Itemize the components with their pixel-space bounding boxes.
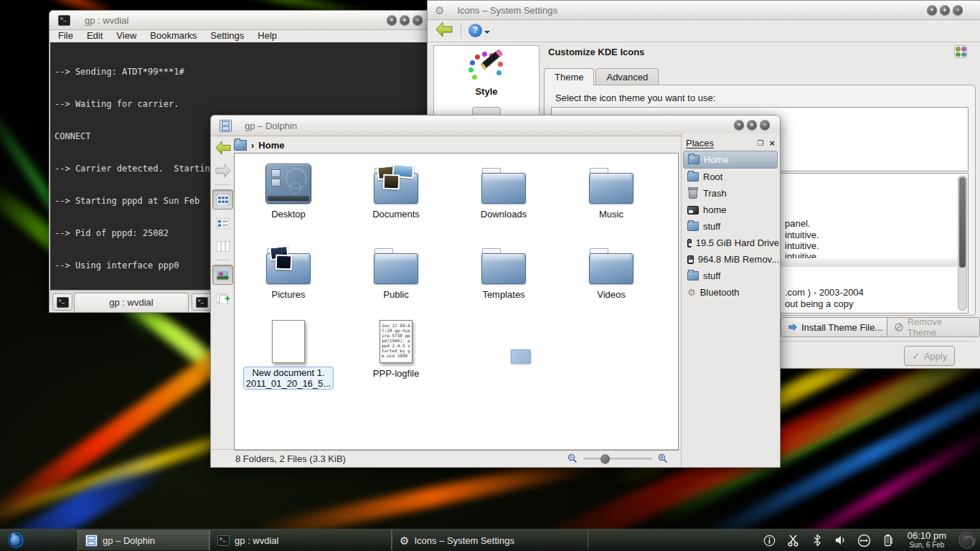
app-launcher-button[interactable] [0, 529, 32, 551]
device-notifier-icon[interactable] [857, 533, 872, 547]
menu-file[interactable]: File [58, 30, 73, 41]
file-item-new-document[interactable]: New document 1. 2011_01_20_16_5... [235, 313, 342, 390]
file-item-public[interactable]: Public [342, 240, 450, 300]
place-hard-drive[interactable]: 19.5 GiB Hard Drive [682, 235, 779, 251]
back-button[interactable] [435, 21, 453, 41]
help-button[interactable]: ? [468, 24, 490, 37]
place-stuff[interactable]: stuff [682, 218, 779, 235]
folder-icon [687, 222, 699, 231]
drive-icon [687, 239, 692, 248]
zoom-slider[interactable] [583, 458, 652, 460]
description-scrollbar[interactable] [958, 176, 967, 311]
place-trash[interactable]: Trash [682, 185, 779, 202]
volume-icon[interactable] [834, 533, 848, 547]
home-folder-icon[interactable] [234, 140, 247, 151]
icons-view-button[interactable] [212, 189, 233, 209]
zoom-slider-handle[interactable] [600, 454, 610, 463]
install-theme-button[interactable]: Install Theme File... [781, 317, 890, 337]
help-icon: ? [468, 24, 482, 37]
task-dolphin[interactable]: gp – Dolphin [77, 530, 209, 550]
terminal-icon [57, 297, 69, 308]
kde-launcher-icon [6, 531, 25, 550]
tab-advanced[interactable]: Advanced [595, 68, 659, 85]
zoom-in-icon[interactable] [658, 453, 668, 463]
place-removable[interactable]: 964.8 MiB Remov... [682, 251, 779, 268]
task-wvdial[interactable]: gp : wvdial [209, 530, 392, 550]
close-button[interactable]: × [953, 5, 963, 15]
minimize-button[interactable]: ▾ [734, 120, 744, 130]
apply-button[interactable]: ✓ Apply [904, 346, 955, 366]
icons-view-icon [217, 194, 230, 205]
preview-toggle-button[interactable] [212, 265, 233, 285]
file-item-ppp-logfile[interactable]: Jan 17 09:47:18 gp-Aspire-5738 pppd[1946… [342, 313, 450, 379]
chevron-down-icon [484, 31, 490, 34]
close-button[interactable]: × [760, 120, 770, 130]
no-entry-icon [895, 323, 903, 331]
file-item-templates[interactable]: Templates [450, 240, 557, 300]
tab-list-button[interactable] [192, 293, 212, 311]
trash-icon [689, 189, 697, 199]
crumb-separator: › [251, 140, 254, 151]
file-item-videos[interactable]: Videos [557, 240, 665, 300]
gear-icon: ⚙ [400, 535, 409, 546]
drag-ghost-artifact [511, 349, 531, 364]
place-home-drive[interactable]: home [682, 202, 779, 218]
folder-pictures-icon [266, 248, 311, 284]
drive-icon [687, 255, 694, 264]
file-item-documents[interactable]: Documents [342, 159, 450, 220]
terminal-line: --> Waiting for carrier. [55, 99, 426, 110]
arrow-right-icon [788, 324, 797, 331]
scrollbar-thumb[interactable] [959, 177, 966, 268]
menu-view[interactable]: View [116, 30, 136, 41]
sidebar-item-style[interactable]: Style [434, 53, 539, 97]
konsole-titlebar[interactable]: gp : wvdial ▾ ● × [50, 11, 431, 30]
place-stuff-2[interactable]: stuff [682, 268, 779, 284]
breadcrumb-home[interactable]: Home [258, 140, 284, 151]
clock[interactable]: 06:10 pm Sun, 6 Feb [908, 531, 946, 550]
close-panel-icon[interactable]: × [769, 138, 775, 149]
remove-theme-button[interactable]: Remove Theme [887, 317, 980, 337]
battery-icon[interactable] [881, 533, 895, 547]
task-system-settings[interactable]: ⚙ Icons – System Settings [392, 530, 588, 550]
file-item-desktop[interactable]: Desktop [235, 159, 342, 220]
menu-help[interactable]: Help [258, 30, 277, 41]
minimize-button[interactable]: ▾ [927, 5, 937, 15]
maximize-button[interactable]: ● [940, 5, 950, 15]
settings-toolbar: ? [428, 19, 980, 42]
places-title: Places [686, 138, 714, 149]
dolphin-statusbar: 8 Folders, 2 Files (3.3 KiB) [211, 449, 681, 467]
dolphin-icon [220, 120, 232, 132]
konsole-tab[interactable]: gp : wvdial [74, 293, 189, 312]
maximize-button[interactable]: ● [400, 15, 410, 25]
terminal-line: --> Sending: ATDT*99***1# [55, 67, 426, 77]
dolphin-file-view[interactable]: Desktop Documents Downloads Music Pictur… [234, 153, 679, 451]
file-item-pictures[interactable]: Pictures [235, 240, 342, 300]
file-item-music[interactable]: Music [557, 159, 665, 220]
panel-cashew-icon[interactable] [958, 532, 976, 549]
minimize-button[interactable]: ▾ [387, 15, 397, 25]
new-tab-button[interactable] [52, 293, 72, 311]
details-view-button[interactable] [213, 214, 232, 232]
place-root[interactable]: Root [682, 169, 779, 185]
menu-bookmarks[interactable]: Bookmarks [150, 30, 197, 41]
forward-button[interactable] [213, 161, 232, 180]
place-bluetooth[interactable]: ⚙Bluetooth [682, 284, 779, 301]
file-item-downloads[interactable]: Downloads [450, 159, 557, 220]
menu-settings[interactable]: Settings [210, 30, 244, 41]
tab-theme[interactable]: Theme [544, 68, 594, 85]
selected-file-label: New document 1. 2011_01_20_16_5... [243, 367, 334, 390]
close-button[interactable]: × [413, 15, 423, 25]
back-button[interactable] [213, 138, 232, 157]
maximize-button[interactable]: ● [747, 120, 757, 130]
bluetooth-icon[interactable] [810, 533, 824, 547]
settings-titlebar[interactable]: ⚙ Icons – System Settings ▾ ● × [428, 1, 980, 20]
klipper-scissors-icon[interactable] [786, 533, 801, 547]
dolphin-window-title: gp – Dolphin [245, 121, 297, 131]
split-view-button[interactable] [213, 289, 232, 308]
zoom-out-icon[interactable] [567, 453, 578, 463]
float-panel-icon[interactable]: ❐ [757, 139, 763, 147]
columns-view-button[interactable] [213, 237, 232, 255]
info-icon[interactable] [763, 533, 777, 547]
place-home[interactable]: Home [683, 151, 778, 169]
menu-edit[interactable]: Edit [87, 30, 103, 41]
